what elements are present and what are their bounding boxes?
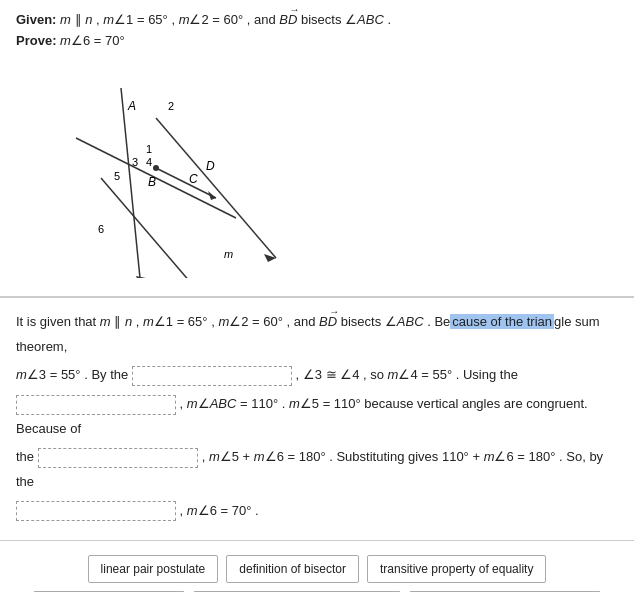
choice-linear-pair-postulate[interactable]: linear pair postulate xyxy=(88,555,219,583)
prove-label: Prove: xyxy=(16,33,56,48)
blank-input-1[interactable] xyxy=(132,366,292,386)
choice-definition-of-bisector[interactable]: definition of bisector xyxy=(226,555,359,583)
choices-grid: linear pair postulate definition of bise… xyxy=(16,555,618,593)
label-B: B xyxy=(148,175,156,189)
given-text: m ∥ n , m∠1 = 65° , m∠2 = 60° , and BD b… xyxy=(60,12,391,27)
label-m: m xyxy=(224,248,233,260)
blank-input-2[interactable] xyxy=(16,395,176,415)
label-1: 1 xyxy=(146,143,152,155)
svg-line-2 xyxy=(121,88,141,278)
label-2: 2 xyxy=(168,100,174,112)
bd-arrow: BD xyxy=(279,12,297,27)
svg-marker-5 xyxy=(208,191,216,200)
given-label: Given: xyxy=(16,12,56,27)
svg-marker-6 xyxy=(136,276,146,278)
label-D: D xyxy=(206,159,215,173)
blank-input-4[interactable] xyxy=(16,501,176,521)
svg-line-1 xyxy=(101,178,221,278)
given-line: Given: m ∥ n , m∠1 = 65° , m∠2 = 60° , a… xyxy=(16,12,618,27)
label-6: 6 xyxy=(98,223,104,235)
proof-line1: m∠3 = 55° . By the , ∠3 ≅ ∠4 , so m∠4 = … xyxy=(16,363,618,388)
choice-transitive-property-of-equality[interactable]: transitive property of equality xyxy=(367,555,546,583)
highlight-text: cause of the trian xyxy=(450,314,554,329)
prove-line: Prove: m∠6 = 70° xyxy=(16,33,618,48)
bd-arrow-2: BD xyxy=(319,310,337,335)
label-A: A xyxy=(127,99,136,113)
label-4: 4 xyxy=(146,156,152,168)
top-section: Given: m ∥ n , m∠1 = 65° , m∠2 = 60° , a… xyxy=(0,0,634,297)
label-3: 3 xyxy=(132,156,138,168)
answer-choices: linear pair postulate definition of bise… xyxy=(0,540,634,593)
svg-point-8 xyxy=(153,165,159,171)
blank-input-3[interactable] xyxy=(38,448,198,468)
proof-line3: the , m∠5 + m∠6 = 180° . Substituting gi… xyxy=(16,445,618,494)
label-C: C xyxy=(189,172,198,186)
geometry-diagram: A 2 1 3 4 5 B C D 6 t m n xyxy=(46,58,296,278)
svg-line-0 xyxy=(156,118,276,258)
diagram-area: A 2 1 3 4 5 B C D 6 t m n xyxy=(16,58,618,288)
proof-line4: , m∠6 = 70° . xyxy=(16,499,618,524)
proof-intro: It is given that m ∥ n , m∠1 = 65° , m∠2… xyxy=(16,310,618,359)
prove-text: m∠6 = 70° xyxy=(60,33,125,48)
proof-section: It is given that m ∥ n , m∠1 = 65° , m∠2… xyxy=(0,297,634,540)
label-5: 5 xyxy=(114,170,120,182)
proof-line2: , m∠ABC = 110° . m∠5 = 110° because vert… xyxy=(16,392,618,441)
